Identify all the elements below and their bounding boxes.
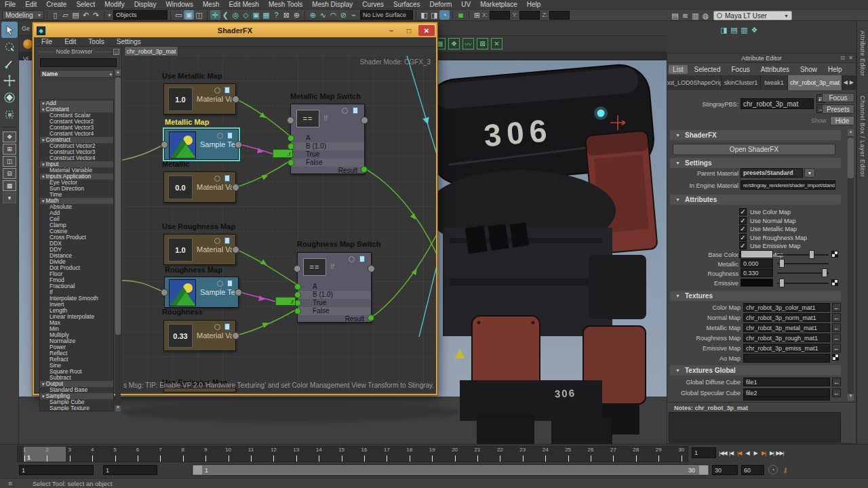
connection-icon[interactable]: ← bbox=[832, 303, 841, 312]
node-metallic-map-texture[interactable]: Sample Textu bbox=[164, 129, 239, 160]
playback-start-field[interactable]: 1 bbox=[103, 465, 157, 475]
panel-toggle-icon[interactable]: ◧ bbox=[419, 10, 429, 20]
render-globals-icon[interactable]: ◍ bbox=[701, 11, 711, 20]
shaderfx-menu-edit[interactable]: Edit bbox=[58, 37, 82, 46]
node-options-icon[interactable] bbox=[214, 324, 220, 330]
show-button[interactable]: Show bbox=[811, 117, 827, 124]
go-to-end-button[interactable]: ▶▶| bbox=[776, 448, 784, 458]
minimize-button[interactable]: – bbox=[383, 25, 399, 36]
shaderfx-menu-file[interactable]: File bbox=[35, 37, 58, 46]
current-frame-marker[interactable]: 1 bbox=[24, 447, 66, 462]
maximize-button[interactable]: □ bbox=[401, 25, 417, 36]
tab-scroll-right-icon[interactable]: ▶ bbox=[850, 79, 854, 85]
select-hierarchy-icon[interactable]: ▭ bbox=[174, 10, 184, 20]
section-textures-global[interactable]: ▼Textures Global bbox=[670, 365, 841, 375]
result-connector[interactable] bbox=[368, 314, 374, 321]
ae-tab-chr-robot-3p-mat[interactable]: chr_robot_3p_mat bbox=[788, 75, 842, 90]
close-icon[interactable]: ✕ bbox=[848, 55, 853, 61]
open-scene-icon[interactable]: ▱ bbox=[60, 10, 71, 20]
step-back-key-button[interactable]: |◀ bbox=[735, 448, 743, 458]
swizzle-label[interactable]: .r bbox=[273, 149, 293, 158]
node-options-icon[interactable] bbox=[214, 87, 220, 94]
step-forward-key-button[interactable]: ▶| bbox=[760, 448, 768, 458]
menu-deform[interactable]: Deform bbox=[425, 0, 457, 9]
node-browser-header[interactable]: Node Browser ◱ bbox=[35, 47, 121, 56]
shelf-sphere-icon[interactable] bbox=[23, 39, 33, 49]
snap-curve-icon[interactable]: ❮ bbox=[220, 10, 231, 20]
metallic-slider[interactable] bbox=[777, 259, 829, 268]
connection-icon[interactable]: ← bbox=[832, 323, 841, 332]
node-doc-icon[interactable] bbox=[224, 87, 230, 94]
global-field-global-diffuse-cube[interactable]: file1 bbox=[743, 378, 830, 386]
expand-icon[interactable]: ▾ bbox=[42, 107, 45, 112]
menu-edit-mesh[interactable]: Edit Mesh bbox=[224, 0, 263, 9]
metallic-value-field[interactable]: 0.000 bbox=[741, 259, 773, 268]
texture-field-color-map[interactable]: chr_robot_3p_color_mat1 bbox=[743, 303, 830, 312]
scrollbar-thumb[interactable] bbox=[848, 138, 854, 178]
parent-material-dropdown[interactable]: presets/Standard bbox=[741, 168, 803, 178]
emissive-color-swatch[interactable] bbox=[741, 279, 773, 287]
checkbox-use-emissive-map[interactable]: ✓ bbox=[739, 242, 747, 249]
expand-icon[interactable]: ▾ bbox=[42, 162, 45, 167]
node-roughness-map-texture[interactable]: Sample Textu bbox=[164, 277, 239, 308]
attribute-editor-toggle-icon[interactable]: ◨ bbox=[719, 25, 729, 35]
menu-set-selector[interactable]: Modeling▼ bbox=[2, 10, 44, 20]
menu-edit[interactable]: Edit bbox=[20, 0, 41, 9]
modeling-toolkit-toggle-icon[interactable]: ❖ bbox=[749, 25, 760, 35]
node-doc-icon[interactable] bbox=[353, 107, 358, 114]
node-roughness[interactable]: 0.33 Material Vari. bbox=[163, 320, 236, 351]
checkbox-use-roughness-map[interactable]: ✓ bbox=[739, 234, 747, 241]
node-options-icon[interactable] bbox=[217, 281, 223, 287]
shelf-cube-icon[interactable]: ❖ bbox=[448, 38, 460, 49]
node-metallic-map-switch[interactable]: == If AB (1.0)TrueFalse Result bbox=[290, 104, 365, 174]
expand-icon[interactable]: ▾ bbox=[42, 101, 45, 106]
make-live-icon[interactable]: ▦ bbox=[261, 10, 271, 20]
ae-tab-skincluster1[interactable]: skinCluster1 bbox=[722, 75, 761, 90]
selection-mask-field[interactable]: Objects bbox=[113, 10, 167, 20]
output-connector[interactable] bbox=[235, 141, 242, 148]
menu-mesh-tools[interactable]: Mesh Tools bbox=[264, 0, 307, 9]
no-history-icon[interactable]: ⊘ bbox=[338, 10, 349, 20]
input-connector[interactable] bbox=[161, 141, 168, 148]
node-use-roughness-map[interactable]: 1.0 Material Vari. bbox=[163, 234, 236, 265]
layout-four-pane-button[interactable]: ⊞ bbox=[3, 144, 16, 155]
menu-uv[interactable]: UV bbox=[456, 0, 475, 9]
node-metallic[interactable]: 0.0 Material Vari. bbox=[163, 171, 236, 203]
animation-end-field[interactable]: 60 bbox=[741, 465, 764, 475]
scale-tool-button[interactable] bbox=[1, 106, 18, 123]
new-scene-icon[interactable]: ▯ bbox=[50, 10, 60, 20]
undock-icon[interactable]: ⊡ bbox=[840, 55, 845, 61]
checkbox-use-metallic-map[interactable]: ✓ bbox=[739, 225, 747, 232]
roughness-value-field[interactable]: 0.330 bbox=[741, 268, 773, 277]
node-options-icon[interactable] bbox=[214, 238, 220, 244]
layout-grid-icon[interactable]: ▥ bbox=[690, 11, 701, 20]
output-connector[interactable] bbox=[232, 96, 239, 103]
menu-file[interactable]: File bbox=[0, 0, 20, 9]
scroll-down-icon[interactable]: ▼ bbox=[848, 394, 854, 401]
node-doc-icon[interactable] bbox=[224, 237, 230, 244]
expand-icon[interactable]: ▾ bbox=[42, 394, 45, 399]
scrollbar-thumb[interactable] bbox=[115, 77, 121, 335]
tab-attribute-editor[interactable]: Attribute Editor bbox=[859, 30, 866, 77]
play-forwards-button[interactable]: ▶ bbox=[751, 448, 760, 458]
node-doc-icon[interactable] bbox=[224, 175, 230, 182]
engine-material-field[interactable]: re/stingray_renderer/shader_import/stand… bbox=[741, 180, 835, 190]
select-tool-button[interactable] bbox=[1, 22, 18, 38]
menu-surfaces[interactable]: Surfaces bbox=[389, 0, 425, 9]
range-end-handle[interactable] bbox=[699, 466, 708, 474]
shaderfx-menu-settings[interactable]: Settings bbox=[111, 37, 147, 46]
node-use-metallic-map[interactable]: 1.0 Material Vari. bbox=[163, 83, 236, 115]
animation-start-field[interactable]: 1 bbox=[19, 465, 94, 475]
menu-mesh[interactable]: Mesh bbox=[198, 0, 224, 9]
playback-end-field[interactable]: 30 bbox=[712, 465, 738, 475]
node-doc-icon[interactable] bbox=[227, 280, 233, 287]
texture-map-icon[interactable] bbox=[832, 354, 839, 361]
go-to-start-button[interactable]: |◀◀ bbox=[719, 448, 727, 458]
ae-menu-help[interactable]: Help bbox=[824, 65, 846, 74]
checkbox-use-normal-map[interactable]: ✓ bbox=[739, 217, 747, 224]
hide-button[interactable]: Hide bbox=[830, 116, 854, 125]
construction-history-icon[interactable]: ⊕ bbox=[308, 10, 318, 20]
focus-button[interactable]: Focus bbox=[822, 93, 854, 102]
expand-icon[interactable]: ▾ bbox=[42, 174, 45, 179]
timeline-ruler[interactable]: 1 12345678910111213141516171819202122232… bbox=[17, 446, 688, 462]
